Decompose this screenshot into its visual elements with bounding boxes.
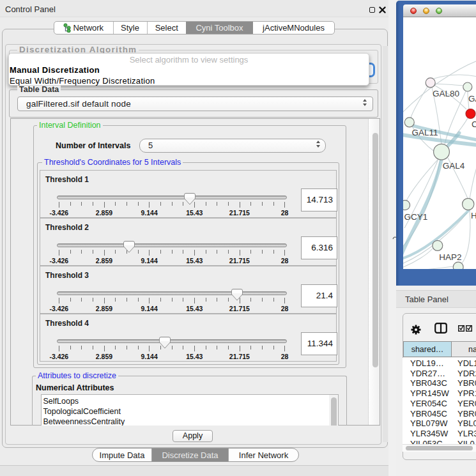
svg-text:HI: HI	[471, 211, 476, 220]
svg-text:GAL4: GAL4	[443, 161, 465, 171]
svg-text:GAL11: GAL11	[411, 128, 438, 137]
svg-text:GAL80: GAL80	[433, 89, 459, 98]
svg-text:GAL: GAL	[468, 94, 476, 104]
svg-text:C: C	[472, 119, 476, 129]
svg-text:GCY1: GCY1	[404, 212, 428, 222]
svg-text:HAP2: HAP2	[439, 252, 461, 262]
